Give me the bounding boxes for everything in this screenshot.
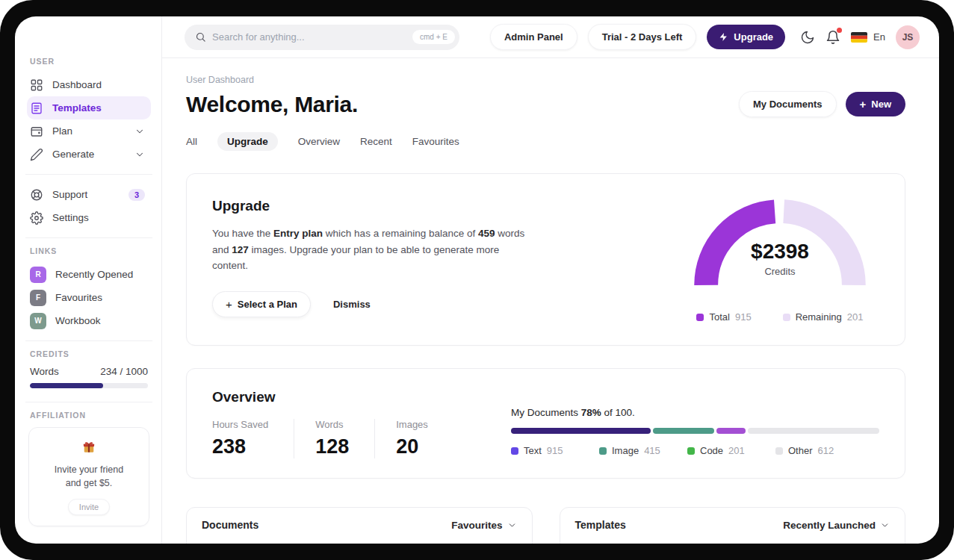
search-shortcut-badge: cmd + E bbox=[412, 30, 455, 44]
documents-panel-header: Documents Favourites bbox=[187, 508, 532, 543]
sidebar-item-label: Dashboard bbox=[52, 79, 102, 90]
admin-panel-button[interactable]: Admin Panel bbox=[490, 24, 577, 50]
dashboard-grid-icon bbox=[30, 78, 43, 92]
sidebar-link-favourites[interactable]: F Favourites bbox=[27, 286, 151, 309]
notifications-button[interactable] bbox=[826, 30, 840, 45]
documents-filter-dropdown[interactable]: Favourites bbox=[451, 520, 516, 531]
dismiss-button[interactable]: Dismiss bbox=[333, 299, 371, 310]
tab-recent[interactable]: Recent bbox=[360, 136, 392, 147]
template-list-item[interactable]: Blog Post Title in Workbook bbox=[560, 543, 905, 544]
legend-label: Other bbox=[788, 445, 813, 456]
legend-remaining: Remaining 201 bbox=[783, 311, 864, 323]
legend-value: 201 bbox=[847, 311, 864, 323]
stat-images: Images 20 bbox=[396, 419, 453, 458]
user-avatar[interactable]: JS bbox=[896, 25, 920, 49]
documents-panel-title: Documents bbox=[202, 519, 258, 531]
sidebar-item-support[interactable]: Support 3 bbox=[27, 183, 151, 206]
docs-text: of 100. bbox=[601, 407, 635, 418]
app-window: USER Dashboard Templates Plan Generate bbox=[15, 16, 939, 544]
sidebar-divider bbox=[25, 340, 152, 341]
templates-document-icon bbox=[30, 102, 43, 115]
wallet-icon bbox=[30, 125, 43, 138]
my-documents-button[interactable]: My Documents bbox=[739, 91, 836, 117]
filter-label: Favourites bbox=[451, 520, 502, 531]
affiliation-text-line2: and get $5. bbox=[66, 478, 113, 488]
overview-card: Overview Hours Saved 238 Words 128 Image… bbox=[186, 368, 905, 479]
trial-status-button[interactable]: Trial - 2 Days Left bbox=[588, 24, 697, 50]
link-initial-badge: W bbox=[30, 313, 46, 329]
sidebar-section-user: USER bbox=[30, 57, 151, 66]
sidebar-link-label: Workbook bbox=[55, 315, 101, 326]
german-flag-icon[interactable] bbox=[851, 32, 867, 43]
legend-swatch bbox=[783, 314, 790, 321]
tab-bar: All Upgrade Overview Recent Favourites bbox=[186, 132, 905, 151]
gauge-chart: $2398 Credits bbox=[693, 198, 867, 302]
tab-all[interactable]: All bbox=[186, 136, 197, 147]
templates-filter-dropdown[interactable]: Recently Launched bbox=[783, 520, 890, 531]
new-button[interactable]: + New bbox=[846, 92, 906, 116]
sidebar-item-label: Templates bbox=[52, 102, 102, 113]
sidebar-item-dashboard[interactable]: Dashboard bbox=[27, 73, 151, 96]
invite-button[interactable]: Invite bbox=[68, 499, 110, 515]
sidebar-divider bbox=[25, 174, 152, 175]
credits-amount: $2398 bbox=[693, 240, 867, 264]
tab-favourites[interactable]: Favourites bbox=[412, 136, 459, 147]
sidebar-item-templates[interactable]: Templates bbox=[27, 96, 151, 119]
legend-label: Text bbox=[524, 445, 542, 456]
sidebar-link-label: Recently Opened bbox=[55, 269, 133, 280]
stat-value: 20 bbox=[396, 435, 428, 458]
sidebar-item-plan[interactable]: Plan bbox=[27, 119, 151, 143]
bar-segment-code bbox=[716, 428, 746, 434]
tab-overview[interactable]: Overview bbox=[298, 136, 340, 147]
sidebar-link-label: Favourites bbox=[55, 292, 102, 303]
templates-panel: Templates Recently Launched Blog Post Ti… bbox=[560, 507, 906, 544]
language-label[interactable]: En bbox=[873, 31, 885, 43]
sidebar-divider bbox=[25, 402, 152, 402]
body-text: which has a remaining balance of bbox=[323, 228, 478, 239]
breadcrumb: User Dashboard bbox=[186, 75, 905, 85]
legend-value: 415 bbox=[644, 445, 660, 456]
select-plan-button[interactable]: + Select a Plan bbox=[212, 291, 311, 317]
documents-progress-block: My Documents 78% of 100. Text 915 bbox=[511, 389, 879, 458]
upgrade-button[interactable]: Upgrade bbox=[707, 25, 785, 49]
affiliation-text-line1: Invite your friend bbox=[55, 464, 123, 475]
legend-other: Other 612 bbox=[775, 445, 864, 456]
select-plan-label: Select a Plan bbox=[238, 299, 297, 310]
legend-code: Code 201 bbox=[687, 445, 775, 456]
sidebar-item-generate[interactable]: Generate bbox=[27, 143, 151, 166]
upgrade-card-body: You have the Entry plan which has a rema… bbox=[212, 225, 533, 274]
dark-mode-toggle[interactable] bbox=[800, 30, 815, 45]
credits-words-row: Words 234 / 1000 bbox=[30, 366, 148, 377]
search-bar[interactable]: cmd + E bbox=[185, 25, 459, 50]
document-list-item[interactable]: Untitled Document in Workbook bbox=[187, 543, 532, 544]
sidebar-item-label: Support bbox=[52, 189, 87, 200]
link-initial-badge: F bbox=[30, 290, 46, 306]
page-content: User Dashboard Welcome, Maria. My Docume… bbox=[162, 58, 939, 544]
device-frame: USER Dashboard Templates Plan Generate bbox=[0, 0, 954, 560]
sidebar-section-affiliation: AFFILIATION bbox=[30, 411, 151, 420]
templates-panel-header: Templates Recently Launched bbox=[560, 508, 905, 543]
sidebar-divider bbox=[25, 237, 152, 238]
header-actions: My Documents + New bbox=[739, 91, 905, 117]
gear-icon bbox=[30, 211, 43, 225]
upgrade-card-title: Upgrade bbox=[212, 198, 533, 214]
sidebar-item-settings[interactable]: Settings bbox=[27, 206, 151, 229]
tab-upgrade[interactable]: Upgrade bbox=[217, 132, 278, 151]
bar-segment-other bbox=[748, 428, 879, 434]
moon-icon bbox=[800, 30, 815, 45]
plus-icon: + bbox=[226, 299, 232, 310]
sidebar-link-workbook[interactable]: W Workbook bbox=[27, 309, 151, 332]
gauge-center-label: $2398 Credits bbox=[693, 240, 867, 277]
stats-row: Hours Saved 238 Words 128 Images 20 bbox=[212, 419, 511, 458]
search-input[interactable] bbox=[206, 31, 412, 43]
sidebar-link-recently-opened[interactable]: R Recently Opened bbox=[27, 263, 151, 286]
credits-words-label: Words bbox=[30, 366, 59, 377]
chevron-down-icon bbox=[880, 520, 890, 530]
images-balance: 127 bbox=[232, 244, 249, 255]
stat-value: 128 bbox=[315, 435, 349, 458]
legend-label: Total bbox=[709, 311, 729, 323]
words-balance: 459 bbox=[478, 228, 495, 239]
chevron-down-icon bbox=[134, 149, 145, 160]
templates-panel-title: Templates bbox=[575, 519, 626, 531]
stat-label: Words bbox=[315, 419, 349, 430]
